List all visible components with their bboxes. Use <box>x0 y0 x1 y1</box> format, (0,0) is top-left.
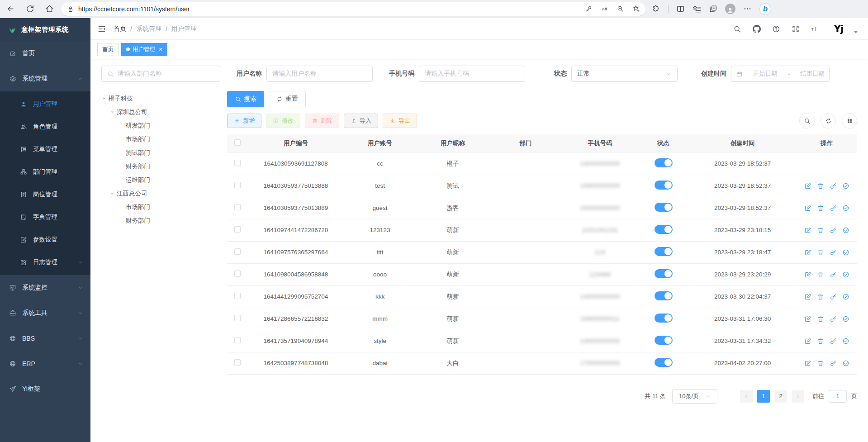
read-aloud-icon[interactable]: A <box>601 5 608 13</box>
status-toggle[interactable] <box>655 291 673 300</box>
breadcrumb-item[interactable]: 首页 <box>114 25 126 33</box>
sidebar-item-system[interactable]: 系统管理 <box>0 66 90 91</box>
edit-icon[interactable] <box>804 293 811 300</box>
delete-icon[interactable] <box>817 182 824 190</box>
sidebar-item-menu[interactable]: 菜单管理 <box>0 138 90 161</box>
refresh-table-button[interactable] <box>821 113 836 128</box>
search-icon[interactable] <box>733 25 741 33</box>
search-button[interactable]: 搜索 <box>227 91 264 107</box>
home-icon[interactable] <box>45 5 54 13</box>
page-button-1[interactable]: 1 <box>757 390 770 403</box>
status-toggle[interactable] <box>655 247 673 256</box>
github-icon[interactable] <box>753 25 761 33</box>
extensions-icon[interactable] <box>652 5 660 13</box>
sidebar-item-tools[interactable]: 系统工具 <box>0 300 90 326</box>
status-select[interactable]: 正常 <box>571 66 678 82</box>
status-toggle[interactable] <box>655 203 673 212</box>
page-button-2[interactable]: 2 <box>774 390 787 403</box>
export-button[interactable]: 导出 <box>383 114 417 128</box>
delete-icon[interactable] <box>817 227 824 234</box>
sidebar-item-monitor[interactable]: 系统监控 <box>0 275 90 300</box>
edit-icon[interactable] <box>804 204 811 212</box>
status-toggle[interactable] <box>655 269 673 278</box>
edit-icon[interactable] <box>804 337 811 345</box>
address-bar[interactable]: https://ccnetcore.com:1101/system/user A <box>61 2 645 16</box>
sidebar-item-dept[interactable]: 部门管理 <box>0 161 90 183</box>
delete-button[interactable]: 删除 <box>305 114 339 128</box>
assign-role-icon[interactable] <box>842 227 849 234</box>
caret-down-icon[interactable] <box>109 109 115 115</box>
font-size-icon[interactable]: TT <box>811 25 819 33</box>
assign-role-icon[interactable] <box>842 293 849 300</box>
collapse-sidebar-icon[interactable] <box>97 24 106 33</box>
edit-icon[interactable] <box>804 315 811 323</box>
prev-page-button[interactable] <box>740 390 753 403</box>
delete-icon[interactable] <box>817 249 824 256</box>
reset-password-icon[interactable] <box>830 271 837 278</box>
sidebar-item-yi[interactable]: Yi框架 <box>0 376 90 402</box>
reset-password-icon[interactable] <box>830 204 837 212</box>
avatar[interactable]: Yj <box>830 21 847 37</box>
delete-icon[interactable] <box>817 204 824 212</box>
import-button[interactable]: 导入 <box>344 114 378 128</box>
tree-node[interactable]: 市场部门 <box>101 133 220 146</box>
reset-password-icon[interactable] <box>830 182 837 190</box>
sidebar-item-post[interactable]: 岗位管理 <box>0 183 90 206</box>
column-settings-button[interactable] <box>842 113 857 128</box>
status-toggle[interactable] <box>655 225 673 234</box>
date-range-picker[interactable]: 开始日期 - 结束日期 <box>731 66 830 82</box>
sidebar-item-role[interactable]: 角色管理 <box>0 115 90 138</box>
tree-node[interactable]: 财务部门 <box>101 214 220 228</box>
assign-role-icon[interactable] <box>842 204 849 212</box>
tree-node[interactable]: 运维部门 <box>101 173 220 187</box>
sidebar-item-param[interactable]: 参数设置 <box>0 228 90 251</box>
reset-password-icon[interactable] <box>830 227 837 234</box>
assign-role-icon[interactable] <box>842 360 849 367</box>
row-checkbox[interactable] <box>234 359 241 366</box>
username-input[interactable]: 请输入用户名称 <box>266 66 373 82</box>
assign-role-icon[interactable] <box>842 315 849 323</box>
select-all-checkbox[interactable] <box>234 139 241 146</box>
tab-groups-icon[interactable] <box>709 5 717 13</box>
split-screen-icon[interactable] <box>676 5 685 13</box>
delete-icon[interactable] <box>817 360 824 367</box>
edit-icon[interactable] <box>804 182 811 190</box>
status-toggle[interactable] <box>655 181 673 190</box>
caret-down-icon[interactable] <box>101 96 107 101</box>
tree-node[interactable]: 测试部门 <box>101 146 220 160</box>
delete-icon[interactable] <box>817 293 824 300</box>
fullscreen-icon[interactable] <box>792 25 800 33</box>
reset-button[interactable]: 重置 <box>269 91 306 107</box>
row-checkbox[interactable] <box>234 248 241 255</box>
show-search-button[interactable] <box>799 113 815 128</box>
caret-down-icon[interactable] <box>109 191 115 196</box>
sidebar-item-dict[interactable]: 字典管理 <box>0 206 90 228</box>
password-key-icon[interactable] <box>585 5 593 13</box>
tree-node[interactable]: 市场部门 <box>101 200 220 214</box>
assign-role-icon[interactable] <box>842 271 849 278</box>
status-toggle[interactable] <box>655 158 673 167</box>
row-checkbox[interactable] <box>234 226 241 233</box>
close-icon[interactable]: × <box>159 46 162 52</box>
goto-page-input[interactable]: 1 <box>829 390 847 403</box>
sidebar-item-home[interactable]: 首页 <box>0 41 90 66</box>
url-text[interactable]: https://ccnetcore.com:1101/system/user <box>78 5 581 13</box>
reset-password-icon[interactable] <box>830 337 837 345</box>
back-icon[interactable] <box>6 5 15 13</box>
next-page-button[interactable] <box>792 390 804 403</box>
delete-icon[interactable] <box>817 315 824 323</box>
reset-password-icon[interactable] <box>830 293 837 300</box>
row-checkbox[interactable] <box>234 182 241 188</box>
lock-icon[interactable] <box>66 5 75 13</box>
assign-role-icon[interactable] <box>842 182 849 190</box>
page-size-select[interactable]: 10条/页 <box>672 389 717 404</box>
assign-role-icon[interactable] <box>842 249 849 256</box>
collections-icon[interactable] <box>693 5 701 13</box>
delete-icon[interactable] <box>817 271 824 278</box>
profile-icon[interactable] <box>725 4 735 14</box>
phone-input[interactable]: 请输入手机号码 <box>419 66 525 82</box>
reset-password-icon[interactable] <box>830 249 837 256</box>
bing-icon[interactable]: b <box>759 3 771 15</box>
row-checkbox[interactable] <box>234 160 241 166</box>
row-checkbox[interactable] <box>234 271 241 277</box>
